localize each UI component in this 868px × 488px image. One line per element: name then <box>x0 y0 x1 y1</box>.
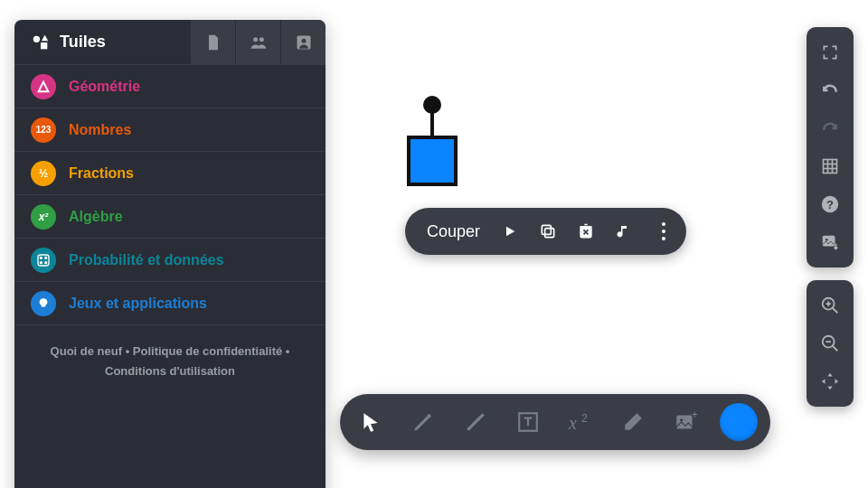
image-tool[interactable]: + <box>667 404 703 440</box>
dice-icon <box>31 248 56 273</box>
numbers-icon: 123 <box>31 117 56 143</box>
svg-marker-43 <box>827 387 833 390</box>
more-button[interactable] <box>650 220 674 243</box>
bulb-icon <box>31 291 56 316</box>
sidebar-header: Tuiles <box>14 20 326 65</box>
shapes-icon <box>31 33 51 52</box>
copy-button[interactable] <box>536 220 560 243</box>
category-label: Géométrie <box>69 79 140 95</box>
zoom-out-button[interactable] <box>812 325 848 361</box>
svg-rect-1 <box>41 42 47 49</box>
context-menu: Couper <box>405 208 686 255</box>
play-button[interactable] <box>498 220 522 243</box>
svg-text:x: x <box>568 413 577 433</box>
svg-text:2: 2 <box>581 412 588 425</box>
svg-point-12 <box>45 261 47 263</box>
pointer-tool[interactable] <box>353 404 389 440</box>
bottom-toolbar: x2 + <box>340 394 770 450</box>
svg-marker-17 <box>363 413 377 432</box>
pan-button[interactable] <box>812 363 848 399</box>
svg-marker-13 <box>506 227 514 237</box>
svg-point-10 <box>45 257 47 258</box>
sidebar-tab-tiles[interactable]: Tuiles <box>14 20 190 64</box>
tile-handle-icon[interactable] <box>423 96 441 114</box>
geometry-icon <box>31 74 56 99</box>
algebra-icon: x² <box>31 204 56 230</box>
svg-point-11 <box>40 261 42 263</box>
category-algebra[interactable]: x² Algèbre <box>14 195 326 239</box>
fractions-icon: ½ <box>31 161 56 186</box>
footer-links-line1[interactable]: Quoi de neuf • Politique de confidential… <box>27 342 313 361</box>
category-label: Fractions <box>69 165 134 182</box>
svg-marker-45 <box>835 379 839 384</box>
svg-point-18 <box>427 414 430 418</box>
text-tool[interactable] <box>510 404 546 440</box>
tile-square[interactable] <box>407 136 458 186</box>
help-button[interactable]: ? <box>812 186 848 222</box>
svg-marker-44 <box>822 379 826 384</box>
svg-point-9 <box>40 257 42 258</box>
svg-point-4 <box>259 37 263 42</box>
zoom-in-button[interactable] <box>812 287 848 324</box>
right-toolbar-top: ? <box>807 27 854 267</box>
math-tool[interactable]: x2 <box>562 404 599 440</box>
svg-line-36 <box>833 308 838 314</box>
context-action-label[interactable]: Couper <box>427 222 480 241</box>
category-geometry[interactable]: Géométrie <box>14 65 326 108</box>
sound-button[interactable] <box>612 220 636 243</box>
undo-button[interactable] <box>812 72 848 108</box>
category-label: Algèbre <box>69 209 123 225</box>
category-label: Probabilité et données <box>69 252 224 268</box>
svg-rect-8 <box>38 255 49 266</box>
svg-line-40 <box>833 346 838 352</box>
category-numbers[interactable]: 123 Nombres <box>14 108 326 152</box>
fullscreen-button[interactable] <box>812 34 848 70</box>
line-tool[interactable] <box>458 404 494 440</box>
category-label: Jeux et applications <box>69 296 207 312</box>
svg-point-6 <box>301 38 306 42</box>
redo-button[interactable] <box>812 110 848 146</box>
svg-rect-15 <box>542 225 551 234</box>
delete-button[interactable] <box>574 220 598 243</box>
pen-tool[interactable] <box>405 404 441 440</box>
sidebar: Tuiles Géométrie 123 Nombres ½ Fractions… <box>14 20 326 488</box>
color-picker[interactable] <box>720 403 758 441</box>
sidebar-header-tabs <box>190 20 326 64</box>
category-label: Nombres <box>69 122 131 138</box>
sidebar-title: Tuiles <box>60 33 106 52</box>
svg-point-24 <box>680 418 683 421</box>
sidebar-tab-file[interactable] <box>190 20 235 64</box>
grid-button[interactable] <box>812 148 848 184</box>
right-toolbar-bottom <box>807 280 854 407</box>
svg-rect-14 <box>545 229 554 238</box>
svg-point-0 <box>33 35 40 42</box>
sidebar-tab-account[interactable] <box>280 20 326 64</box>
svg-point-34 <box>826 239 828 241</box>
svg-text:?: ? <box>826 198 834 211</box>
svg-rect-33 <box>823 236 835 247</box>
svg-marker-42 <box>827 373 833 377</box>
svg-point-3 <box>253 37 258 42</box>
export-image-button[interactable] <box>812 224 848 260</box>
footer-links-line2[interactable]: Conditions d'utilisation <box>27 361 313 381</box>
svg-text:+: + <box>692 410 698 421</box>
svg-rect-26 <box>824 160 837 174</box>
category-games[interactable]: Jeux et applications <box>14 282 326 325</box>
svg-marker-7 <box>39 81 49 91</box>
sidebar-footer: Quoi de neuf • Politique de confidential… <box>14 325 326 488</box>
eraser-tool[interactable] <box>615 404 651 440</box>
category-probability[interactable]: Probabilité et données <box>14 239 326 282</box>
svg-marker-2 <box>42 34 48 40</box>
svg-line-19 <box>467 414 483 429</box>
svg-rect-23 <box>676 415 692 428</box>
category-fractions[interactable]: ½ Fractions <box>14 152 326 195</box>
sidebar-tab-class[interactable] <box>235 20 280 64</box>
